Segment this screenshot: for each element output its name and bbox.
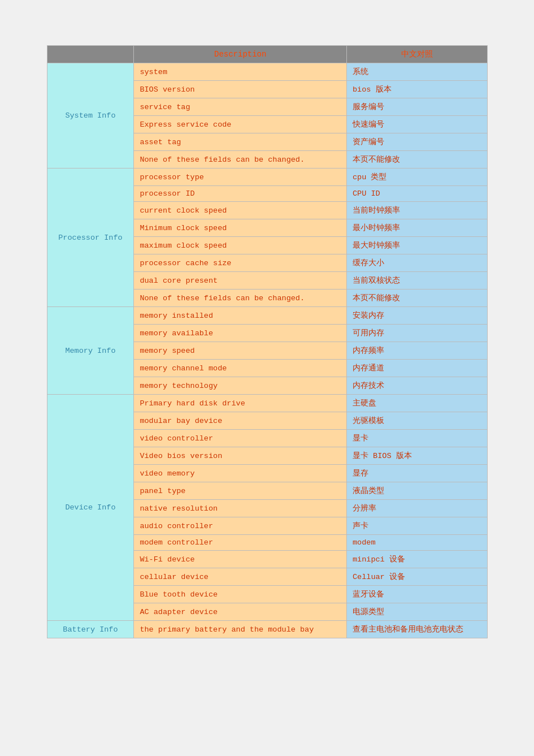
main-table-wrapper: Description 中文对照 System Infosystem系统BIOS…	[47, 45, 488, 638]
header-col-category	[47, 46, 134, 63]
zh-cell: 蓝牙设备	[347, 586, 488, 603]
header-col-zh: 中文对照	[347, 46, 488, 63]
description-cell: None of these fields can be changed.	[134, 290, 347, 307]
zh-cell: 声卡	[347, 517, 488, 535]
zh-cell: CPU ID	[347, 186, 488, 202]
table-row: Battery Infothe primary battery and the …	[47, 621, 487, 638]
zh-cell: 最小时钟频率	[347, 219, 488, 237]
table-header-row: Description 中文对照	[47, 46, 487, 63]
description-cell: native resolution	[134, 500, 347, 517]
description-cell: asset tag	[134, 133, 347, 151]
category-cell: System Info	[47, 63, 134, 169]
description-cell: BIOS version	[134, 81, 347, 98]
zh-cell: 电源类型	[347, 603, 488, 621]
zh-cell: 服务编号	[347, 98, 488, 116]
description-cell: memory installed	[134, 307, 347, 325]
description-cell: modem controller	[134, 535, 347, 551]
zh-cell: 内存通道	[347, 360, 488, 377]
description-cell: processor type	[134, 169, 347, 186]
description-cell: video memory	[134, 465, 347, 482]
zh-cell: 光驱模板	[347, 412, 488, 430]
zh-cell: 内存技术	[347, 377, 488, 395]
description-cell: audio controller	[134, 517, 347, 535]
zh-cell: 本页不能修改	[347, 290, 488, 307]
description-cell: service tag	[134, 98, 347, 116]
description-cell: Primary hard disk drive	[134, 395, 347, 412]
zh-cell: 快速编号	[347, 116, 488, 133]
description-cell: memory channel mode	[134, 360, 347, 377]
description-cell: Express service code	[134, 116, 347, 133]
category-cell: Processor Info	[47, 169, 134, 307]
info-table: Description 中文对照 System Infosystem系统BIOS…	[47, 45, 488, 638]
description-cell: Video bios version	[134, 447, 347, 465]
zh-cell: 本页不能修改	[347, 151, 488, 169]
description-cell: AC adapter device	[134, 603, 347, 621]
zh-cell: modem	[347, 535, 488, 551]
zh-cell: 缓存大小	[347, 254, 488, 272]
table-row: Processor Infoprocessor typecpu 类型	[47, 169, 487, 186]
category-cell: Battery Info	[47, 621, 134, 638]
table-row: System Infosystem系统	[47, 63, 487, 81]
zh-cell: 主硬盘	[347, 395, 488, 412]
description-cell: memory technology	[134, 377, 347, 395]
zh-cell: cpu 类型	[347, 169, 488, 186]
zh-cell: 查看主电池和备用电池充电状态	[347, 621, 488, 638]
zh-cell: minipci 设备	[347, 551, 488, 568]
zh-cell: 当前时钟频率	[347, 202, 488, 219]
description-cell: dual core present	[134, 272, 347, 290]
zh-cell: 液晶类型	[347, 482, 488, 500]
zh-cell: 内存频率	[347, 342, 488, 360]
zh-cell: 最大时钟频率	[347, 237, 488, 254]
table-row: Device InfoPrimary hard disk drive主硬盘	[47, 395, 487, 412]
description-cell: Wi-Fi device	[134, 551, 347, 568]
zh-cell: bios 版本	[347, 81, 488, 98]
description-cell: memory speed	[134, 342, 347, 360]
description-cell: panel type	[134, 482, 347, 500]
description-cell: video controller	[134, 430, 347, 447]
zh-cell: 分辨率	[347, 500, 488, 517]
category-cell: Device Info	[47, 395, 134, 621]
description-cell: processor ID	[134, 186, 347, 202]
zh-cell: 当前双核状态	[347, 272, 488, 290]
table-row: Memory Infomemory installed安装内存	[47, 307, 487, 325]
description-cell: processor cache size	[134, 254, 347, 272]
zh-cell: 系统	[347, 63, 488, 81]
description-cell: system	[134, 63, 347, 81]
zh-cell: 安装内存	[347, 307, 488, 325]
zh-cell: 显卡 BIOS 版本	[347, 447, 488, 465]
description-cell: cellular device	[134, 568, 347, 586]
description-cell: memory available	[134, 325, 347, 342]
category-cell: Memory Info	[47, 307, 134, 395]
description-cell: Minimum clock speed	[134, 219, 347, 237]
zh-cell: 显卡	[347, 430, 488, 447]
description-cell: current clock speed	[134, 202, 347, 219]
zh-cell: 显存	[347, 465, 488, 482]
description-cell: the primary battery and the module bay	[134, 621, 347, 638]
description-cell: Blue tooth device	[134, 586, 347, 603]
description-cell: None of these fields can be changed.	[134, 151, 347, 169]
description-cell: modular bay device	[134, 412, 347, 430]
zh-cell: Celluar 设备	[347, 568, 488, 586]
description-cell: maximum clock speed	[134, 237, 347, 254]
zh-cell: 资产编号	[347, 133, 488, 151]
zh-cell: 可用内存	[347, 325, 488, 342]
header-col-description: Description	[134, 46, 347, 63]
